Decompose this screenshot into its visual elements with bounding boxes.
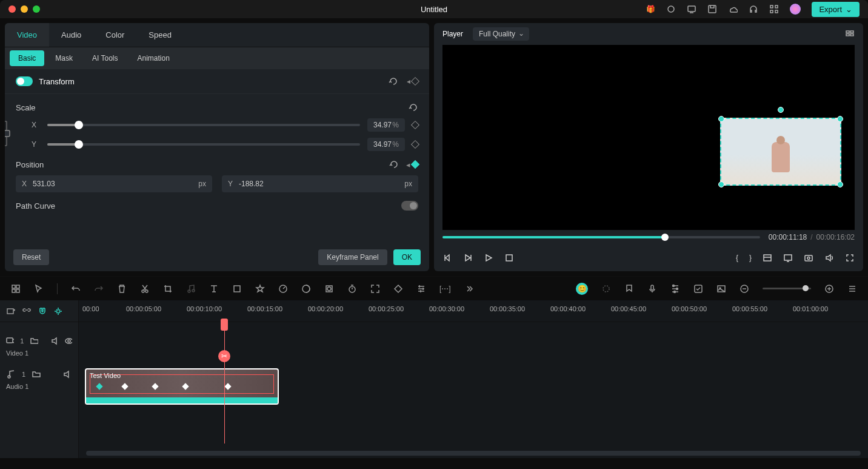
subtab-basic[interactable]: Basic (10, 50, 44, 66)
tab-color[interactable]: Color (93, 23, 136, 47)
render-icon[interactable] (601, 284, 611, 294)
preview-viewport[interactable] (442, 45, 855, 230)
subtab-mask[interactable]: Mask (47, 50, 81, 66)
marker-icon[interactable] (624, 284, 634, 294)
list-view-icon[interactable] (847, 284, 857, 294)
more-tools-icon[interactable]: [⋯] (439, 285, 451, 293)
effects-icon[interactable] (255, 284, 265, 294)
speed-tool-icon[interactable] (278, 284, 288, 294)
scale-y-keyframe-icon[interactable] (411, 140, 419, 149)
resize-handle-tl[interactable] (718, 116, 724, 122)
profile-avatar[interactable] (790, 4, 801, 15)
timeline-clip[interactable]: Test Video (85, 368, 279, 405)
minimize-window-button[interactable] (21, 5, 28, 13)
crop-icon[interactable] (163, 284, 173, 294)
play-pause-icon[interactable] (463, 253, 473, 263)
link-track-icon[interactable] (22, 306, 32, 316)
folder-icon[interactable] (30, 336, 38, 346)
image-icon[interactable] (716, 284, 726, 294)
position-keyframe-icon[interactable] (411, 160, 419, 169)
display-settings-icon[interactable] (783, 253, 793, 263)
zoom-in-icon[interactable] (824, 284, 834, 294)
save-icon[interactable] (707, 4, 717, 14)
volume-icon[interactable] (824, 253, 834, 263)
transform-keyframe-icon[interactable] (411, 77, 419, 86)
pointer-tool-icon[interactable] (34, 284, 44, 294)
headphones-icon[interactable] (749, 4, 758, 14)
subtab-animation[interactable]: Animation (129, 50, 178, 66)
link-xy-icon[interactable] (5, 118, 11, 149)
mark-out-icon[interactable]: } (749, 254, 752, 262)
effects2-icon[interactable] (693, 284, 703, 294)
cut-at-playhead-button[interactable]: ✂ (218, 350, 230, 362)
pathcurve-toggle[interactable] (401, 201, 418, 211)
cut-tool-icon[interactable] (140, 284, 150, 294)
apps-icon[interactable] (769, 4, 779, 14)
resize-handle-tr[interactable] (837, 116, 843, 122)
redo-icon[interactable] (94, 284, 104, 294)
display-icon[interactable] (687, 4, 696, 14)
music-icon[interactable] (186, 284, 196, 294)
timeline-scrollbar[interactable] (86, 451, 861, 456)
layout-tool-icon[interactable] (11, 284, 21, 294)
timeline-ruler[interactable]: 00:00 00:00:05:00 00:00:10:00 00:00:15:0… (79, 300, 868, 322)
add-track-icon[interactable] (6, 306, 16, 316)
play-icon[interactable] (484, 253, 493, 263)
delete-icon[interactable] (117, 284, 127, 294)
tab-audio[interactable]: Audio (49, 23, 93, 47)
prev-frame-icon[interactable] (442, 253, 452, 263)
quality-select[interactable]: Full Quality (473, 27, 529, 41)
position-x-input[interactable] (33, 180, 198, 188)
prev-keyframe-icon[interactable]: ◂ (407, 77, 410, 86)
mute-video-icon[interactable] (50, 336, 58, 346)
mute-audio-icon[interactable] (62, 369, 72, 379)
expand-icon[interactable] (370, 284, 380, 294)
text-tool-icon[interactable] (209, 284, 219, 294)
record-icon[interactable] (666, 4, 676, 14)
ok-button[interactable]: OK (393, 249, 421, 265)
color-tool-icon[interactable] (301, 284, 311, 294)
reset-button[interactable]: Reset (13, 249, 49, 265)
scale-y-value[interactable]: 34.97% (367, 138, 405, 151)
frame-icon[interactable] (232, 284, 242, 294)
playhead-handle[interactable] (221, 319, 228, 331)
playhead[interactable]: ✂ (224, 322, 225, 444)
selected-clip-overlay[interactable] (720, 118, 841, 186)
keyframe-tool-icon[interactable] (393, 284, 403, 294)
position-x-field[interactable]: X px (16, 175, 212, 192)
overflow-icon[interactable] (464, 284, 474, 294)
scale-x-value[interactable]: 34.97% (367, 118, 405, 132)
fullscreen-icon[interactable] (845, 253, 855, 263)
snap-icon[interactable] (53, 306, 63, 316)
undo-icon[interactable] (71, 284, 81, 294)
layout-icon[interactable] (763, 253, 772, 263)
folder-audio-icon[interactable] (32, 369, 41, 379)
keyframe-panel-button[interactable]: Keyframe Panel (318, 249, 387, 265)
adjust-icon[interactable] (416, 284, 426, 294)
export-button[interactable]: Export ⌄ (812, 2, 860, 17)
visibility-icon[interactable] (64, 336, 72, 346)
mark-in-icon[interactable]: { (736, 254, 738, 262)
reset-position-icon[interactable] (389, 160, 399, 169)
zoom-out-icon[interactable] (739, 284, 749, 294)
maximize-window-button[interactable] (33, 5, 40, 13)
timer-icon[interactable] (347, 284, 357, 294)
transform-toggle[interactable] (16, 76, 33, 86)
mic-icon[interactable] (647, 284, 657, 294)
stop-icon[interactable] (504, 253, 514, 263)
reset-transform-icon[interactable] (389, 76, 398, 86)
position-y-input[interactable] (239, 180, 404, 188)
snapshot-icon[interactable] (804, 253, 813, 263)
tab-video[interactable]: Video (5, 23, 49, 47)
grid-view-icon[interactable] (845, 29, 855, 38)
playback-progress[interactable] (442, 236, 760, 238)
tab-speed[interactable]: Speed (136, 23, 184, 47)
magnet-icon[interactable] (38, 306, 47, 316)
reset-scale-icon[interactable] (409, 103, 418, 112)
resize-handle-bl[interactable] (718, 181, 724, 187)
resize-handle-br[interactable] (837, 181, 843, 187)
rotate-handle[interactable] (778, 107, 784, 113)
scale-y-slider[interactable] (47, 143, 360, 146)
mixer-icon[interactable] (670, 284, 680, 294)
subtab-aitools[interactable]: AI Tools (84, 50, 126, 66)
